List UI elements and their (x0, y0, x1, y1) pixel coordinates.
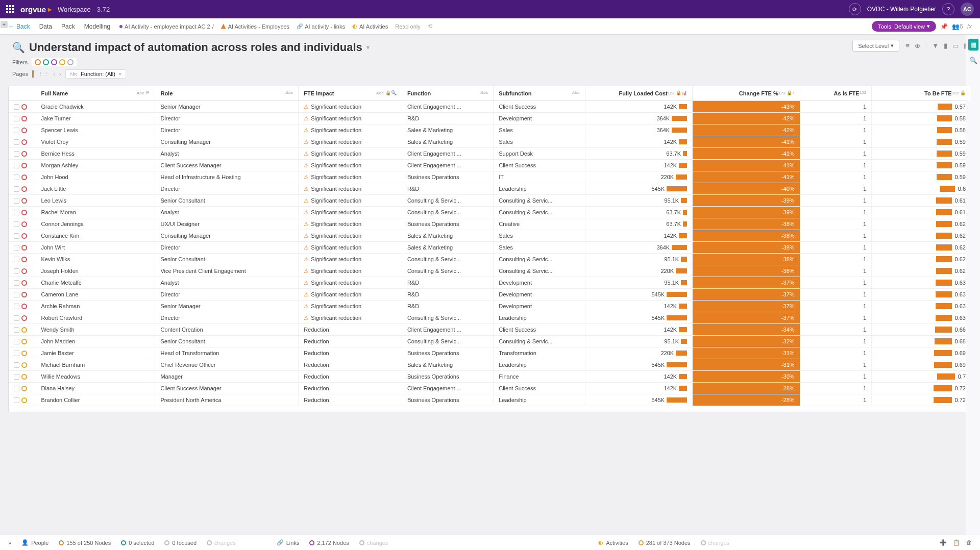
table-row[interactable]: Leo LewisSenior Consultant⚠Significant r… (9, 195, 971, 207)
table-row[interactable]: Bernice HessAnalyst⚠Significant reductio… (9, 148, 971, 160)
col-fte-impact[interactable]: FTE ImpactAbc🔒🔍 (299, 86, 402, 101)
col-to-be-fte[interactable]: To Be FTE123🔒 (872, 86, 971, 101)
row-checkbox[interactable] (14, 163, 19, 168)
table-row[interactable]: Constance KimConsulting Manager⚠Signific… (9, 230, 971, 242)
sync-icon[interactable]: ⟲ (428, 23, 432, 30)
grip-icon[interactable]: ⋮⋮ (38, 71, 49, 78)
row-checkbox[interactable] (14, 233, 19, 239)
filter-icon[interactable]: ▼ (932, 42, 939, 49)
apps-icon[interactable] (6, 5, 14, 13)
rail-panel-icon[interactable]: ▦ (968, 39, 978, 51)
close-pill-icon[interactable]: × (118, 71, 121, 77)
avatar[interactable]: AC (961, 3, 974, 16)
table-row[interactable]: John MaddenSenior ConsultantReductionCon… (9, 336, 971, 347)
row-checkbox[interactable] (14, 374, 19, 380)
crumb-2[interactable]: AI Activities - Employees (221, 23, 289, 30)
table-row[interactable]: Cameron LaneDirector⚠Significant reducti… (9, 289, 971, 301)
table-row[interactable]: Rachel MoranAnalyst⚠Significant reductio… (9, 207, 971, 218)
row-checkbox[interactable] (14, 339, 19, 344)
row-checkbox[interactable] (14, 268, 19, 274)
fx-icon[interactable]: fx (967, 23, 972, 30)
filter-chips[interactable] (32, 58, 77, 66)
col-as-is-fte[interactable]: As Is FTE123 (800, 86, 871, 101)
table-row[interactable]: Willie MeadowsManagerReductionBusiness O… (9, 371, 971, 383)
table-row[interactable]: Diana HalseyClient Success ManagerReduct… (9, 383, 971, 394)
data-table[interactable]: Full NameAbc⚑RoleAbcFTE ImpactAbc🔒🔍Funct… (8, 86, 972, 412)
table-row[interactable]: John WirtDirector⚠Significant reductionS… (9, 242, 971, 254)
row-checkbox[interactable] (14, 139, 19, 145)
back-button[interactable]: ← Back (8, 23, 30, 30)
col-full-name[interactable]: Full NameAbc⚑ (36, 86, 155, 101)
crumb-4[interactable]: AI Activities (352, 23, 388, 30)
row-checkbox[interactable] (14, 397, 19, 403)
table-row[interactable]: Joseph HoldenVice President Client Engag… (9, 265, 971, 277)
refresh-icon[interactable]: ⟳ (849, 3, 861, 15)
col-fully-loaded-cost[interactable]: Fully Loaded Cost123🔒📊 (585, 86, 693, 101)
col-role[interactable]: RoleAbc (155, 86, 299, 101)
row-checkbox[interactable] (14, 257, 19, 262)
table-row[interactable]: John HoodHead of Infrastructure & Hostin… (9, 171, 971, 183)
tab-pack[interactable]: Pack (61, 23, 75, 30)
row-checkbox[interactable] (14, 351, 19, 356)
crumb-1[interactable]: AI Activity - employee impact AC 2 / (119, 23, 214, 30)
crumb-3[interactable]: AI activity - links (297, 23, 345, 30)
row-checkbox[interactable] (14, 304, 19, 309)
row-checkbox[interactable] (14, 362, 19, 368)
pin-icon[interactable]: 📌 (940, 23, 948, 30)
table-row[interactable]: Morgan AshleyClient Success Manager⚠Sign… (9, 160, 971, 171)
row-checkbox[interactable] (14, 221, 19, 227)
table-row[interactable]: Jamie BaxterHead of TransformationReduct… (9, 347, 971, 359)
tab-modelling[interactable]: Modelling (84, 23, 110, 30)
row-checkbox[interactable] (14, 198, 19, 204)
pages-pill[interactable]: Abc Function: (All) × (65, 69, 127, 79)
filter-chip-orange[interactable] (35, 59, 41, 65)
table-row[interactable]: Charlie MetcalfeAnalyst⚠Significant redu… (9, 277, 971, 289)
row-checkbox[interactable] (14, 210, 19, 215)
col-function[interactable]: FunctionAbc (402, 86, 493, 101)
rail-search-icon[interactable]: 🔍 (969, 57, 977, 64)
col-change-fte-[interactable]: Change FTE %123🔒↑ (693, 86, 800, 101)
filter-chip-teal[interactable] (43, 59, 49, 65)
table-row[interactable]: Violet CroyConsulting Manager⚠Significan… (9, 136, 971, 148)
table-row[interactable]: Jack LittleDirector⚠Significant reductio… (9, 183, 971, 195)
table-row[interactable]: Wendy SmithContent CreationReductionClie… (9, 324, 971, 336)
add-icon[interactable]: + (1, 21, 8, 28)
list-icon[interactable]: ≡ (905, 42, 910, 49)
row-checkbox[interactable] (14, 174, 19, 180)
table-row[interactable]: Spencer LewisDirector⚠Significant reduct… (9, 124, 971, 136)
prev-icon[interactable]: ‹ (53, 71, 55, 77)
title-dropdown-icon[interactable]: ▾ (366, 44, 370, 51)
table-row[interactable]: Brandon CollierPresident North AmericaRe… (9, 394, 971, 406)
row-checkbox[interactable] (14, 186, 19, 192)
row-checkbox[interactable] (14, 315, 19, 321)
row-checkbox[interactable] (14, 245, 19, 251)
table-row[interactable]: Robert CrawfordDirector⚠Significant redu… (9, 312, 971, 324)
cell-change: -41% (693, 148, 800, 160)
row-checkbox[interactable] (14, 386, 19, 391)
filter-chip-yellow[interactable] (59, 59, 65, 65)
help-icon[interactable]: ? (942, 3, 954, 15)
table-row[interactable]: Jake TurnerDirector⚠Significant reductio… (9, 113, 971, 124)
tab-data[interactable]: Data (39, 23, 52, 30)
row-checkbox[interactable] (14, 151, 19, 157)
globe-icon[interactable]: ⊕ (915, 42, 920, 49)
row-checkbox[interactable] (14, 327, 19, 333)
tools-button[interactable]: Tools: Default view ▾ (872, 21, 936, 32)
row-checkbox[interactable] (14, 116, 19, 121)
table-row[interactable]: Gracie ChadwickSenior Manager⚠Significan… (9, 101, 971, 113)
select-level-button[interactable]: Select Level ▾ (852, 40, 899, 52)
row-checkbox[interactable] (14, 128, 19, 133)
table-row[interactable]: Connor JenningsUX/UI Designer⚠Significan… (9, 218, 971, 230)
table-row[interactable]: Archie RahmanSenior Manager⚠Significant … (9, 301, 971, 312)
col-subfunction[interactable]: SubfunctionAbc (494, 86, 585, 101)
filter-chip-gray[interactable] (67, 59, 74, 65)
window-icon[interactable]: ▭ (952, 42, 959, 49)
row-checkbox[interactable] (14, 104, 19, 110)
table-row[interactable]: Michael BurnhamChief Revenue OfficerRedu… (9, 359, 971, 371)
row-checkbox[interactable] (14, 292, 19, 297)
table-row[interactable]: Kevin WilksSenior Consultant⚠Significant… (9, 254, 971, 265)
next-icon[interactable]: › (59, 71, 61, 77)
filter-chip-purple[interactable] (51, 59, 57, 65)
tag-icon[interactable]: ▮ (944, 42, 947, 49)
row-checkbox[interactable] (14, 280, 19, 286)
